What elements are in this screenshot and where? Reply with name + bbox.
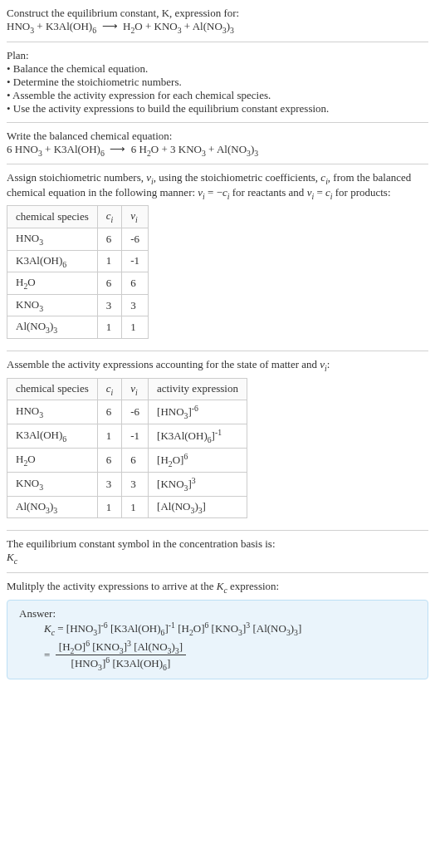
col-activity: activity expression (149, 378, 247, 400)
cell-species: HNO3 (7, 400, 98, 424)
intro-section: Construct the equilibrium constant, K, e… (7, 7, 428, 42)
cell-activity: [HNO3]-6 (149, 400, 247, 424)
cell-nui: 3 (122, 472, 149, 496)
col-ci: ci (97, 378, 122, 400)
cell-activity: [H2O]6 (149, 448, 247, 472)
col-species: chemical species (7, 206, 98, 228)
activity-section: Assemble the activity expressions accoun… (7, 351, 428, 530)
final-heading: Mulitply the activity expressions to arr… (7, 580, 428, 595)
plan-bullet: • Assemble the activity expression for e… (7, 89, 428, 102)
cell-nui: 3 (122, 294, 149, 316)
table-row: Al(NO3)311 (7, 316, 149, 339)
cell-nui: -1 (122, 250, 149, 272)
cell-ci: 3 (97, 294, 122, 316)
cell-species: H2O (7, 272, 98, 295)
plan-bullet-text: Assemble the activity expression for eac… (12, 89, 271, 101)
answer-box: Answer: Kc = [HNO3]-6 [K3Al(OH)6]-1 [H2O… (7, 600, 428, 680)
cell-nui: -6 (122, 228, 149, 250)
answer-expression: Kc = [HNO3]-6 [K3Al(OH)6]-1 [H2O]6 [KNO3… (19, 620, 416, 673)
cell-ci: 6 (97, 228, 122, 250)
col-nui: νi (122, 378, 149, 400)
col-ci: ci (97, 206, 122, 228)
table-row: K3Al(OH)61-1 (7, 250, 149, 272)
cell-nui: 6 (122, 448, 149, 472)
cell-species: Al(NO3)3 (7, 496, 98, 518)
intro-line1: Construct the equilibrium constant, K, e… (7, 7, 428, 20)
cell-ci: 1 (97, 250, 122, 272)
table-row: HNO36-6 (7, 228, 149, 250)
col-species: chemical species (7, 378, 98, 400)
plan-bullet-text: Balance the chemical equation. (13, 62, 148, 75)
cell-ci: 1 (97, 424, 122, 449)
symbol-section: The equilibrium constant symbol in the c… (7, 530, 428, 572)
plan-bullet-text: Determine the stoichiometric numbers. (13, 76, 182, 88)
activity-table: chemical species ci νi activity expressi… (7, 378, 247, 519)
intro-equation: HNO3 + K3Al(OH)6 ⟶ H2O + KNO3 + Al(NO3)3 (7, 20, 428, 35)
table-header-row: chemical species ci νi activity expressi… (7, 378, 247, 400)
fraction-denominator: [HNO3]6 [K3Al(OH)6] (56, 655, 186, 672)
fraction-numerator: [H2O]6 [KNO3]3 [Al(NO3)3] (56, 639, 186, 656)
plan-bullet: • Balance the chemical equation. (7, 62, 428, 76)
cell-nui: 1 (122, 496, 149, 518)
cell-species: KNO3 (7, 294, 98, 316)
balanced-equation: 6 HNO3 + K3Al(OH)6 ⟶ 6 H2O + 3 KNO3 + Al… (7, 143, 428, 158)
table-row: HNO36-6[HNO3]-6 (7, 400, 247, 424)
stoich-section: Assign stoichiometric numbers, νi, using… (7, 164, 428, 351)
cell-activity: [Al(NO3)3] (149, 496, 247, 518)
plan-bullet-text: Use the activity expressions to build th… (13, 102, 330, 115)
table-row: KNO333 (7, 294, 149, 316)
answer-fraction: [H2O]6 [KNO3]3 [Al(NO3)3] [HNO3]6 [K3Al(… (56, 639, 186, 673)
cell-nui: 6 (122, 272, 149, 295)
plan-bullet: • Use the activity expressions to build … (7, 102, 428, 115)
cell-nui: -6 (122, 400, 149, 424)
plan-heading: Plan: (7, 49, 428, 62)
cell-species: K3Al(OH)6 (7, 424, 98, 449)
stoich-table: chemical species ci νi HNO36-6 K3Al(OH)6… (7, 205, 149, 339)
table-row: H2O66[H2O]6 (7, 448, 247, 472)
table-header-row: chemical species ci νi (7, 206, 149, 228)
cell-ci: 1 (97, 316, 122, 339)
cell-activity: [KNO3]3 (149, 472, 247, 496)
cell-ci: 3 (97, 472, 122, 496)
cell-ci: 6 (97, 272, 122, 295)
plan-bullet: • Determine the stoichiometric numbers. (7, 76, 428, 89)
answer-label: Answer: (19, 607, 416, 620)
cell-species: Al(NO3)3 (7, 316, 98, 339)
table-row: H2O66 (7, 272, 149, 295)
table-row: KNO333[KNO3]3 (7, 472, 247, 496)
cell-species: HNO3 (7, 228, 98, 250)
plan-section: Plan: • Balance the chemical equation. •… (7, 42, 428, 122)
activity-heading: Assemble the activity expressions accoun… (7, 358, 428, 373)
table-row: K3Al(OH)61-1[K3Al(OH)6]-1 (7, 424, 247, 449)
symbol-kc: Kc (7, 551, 428, 566)
cell-activity: [K3Al(OH)6]-1 (149, 424, 247, 449)
cell-nui: 1 (122, 316, 149, 339)
final-section: Mulitply the activity expressions to arr… (7, 572, 428, 686)
symbol-line1: The equilibrium constant symbol in the c… (7, 537, 428, 551)
stoich-text: Assign stoichiometric numbers, νi, using… (7, 171, 428, 200)
answer-line1: Kc = [HNO3]-6 [K3Al(OH)6]-1 [H2O]6 [KNO3… (44, 620, 416, 637)
balanced-heading: Write the balanced chemical equation: (7, 130, 428, 143)
cell-nui: -1 (122, 424, 149, 449)
balanced-section: Write the balanced chemical equation: 6 … (7, 122, 428, 164)
cell-species: H2O (7, 448, 98, 472)
answer-line2: = [H2O]6 [KNO3]3 [Al(NO3)3] [HNO3]6 [K3A… (44, 639, 416, 673)
cell-ci: 1 (97, 496, 122, 518)
table-row: Al(NO3)311[Al(NO3)3] (7, 496, 247, 518)
cell-species: KNO3 (7, 472, 98, 496)
col-nui: νi (122, 206, 149, 228)
cell-ci: 6 (97, 448, 122, 472)
cell-species: K3Al(OH)6 (7, 250, 98, 272)
cell-ci: 6 (97, 400, 122, 424)
